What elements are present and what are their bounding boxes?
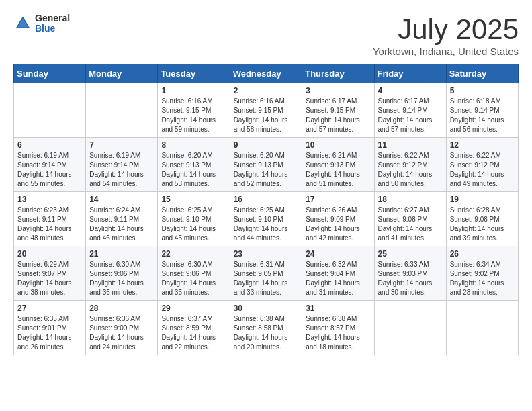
day-number: 24 bbox=[306, 249, 370, 259]
calendar-cell: 27Sunrise: 6:35 AM Sunset: 9:01 PM Dayli… bbox=[14, 301, 86, 355]
logo-icon bbox=[13, 14, 32, 33]
calendar-cell: 29Sunrise: 6:37 AM Sunset: 8:59 PM Dayli… bbox=[158, 301, 230, 355]
calendar-cell: 1Sunrise: 6:16 AM Sunset: 9:15 PM Daylig… bbox=[158, 83, 230, 138]
calendar-cell: 15Sunrise: 6:25 AM Sunset: 9:10 PM Dayli… bbox=[158, 192, 230, 246]
day-info: Sunrise: 6:32 AM Sunset: 9:04 PM Dayligh… bbox=[306, 260, 370, 298]
day-info: Sunrise: 6:37 AM Sunset: 8:59 PM Dayligh… bbox=[161, 314, 226, 352]
calendar-cell: 4Sunrise: 6:17 AM Sunset: 9:14 PM Daylig… bbox=[374, 83, 446, 138]
calendar-cell: 2Sunrise: 6:16 AM Sunset: 9:15 PM Daylig… bbox=[230, 83, 302, 138]
logo: General Blue bbox=[13, 13, 70, 34]
day-number: 2 bbox=[234, 86, 299, 95]
day-info: Sunrise: 6:25 AM Sunset: 9:10 PM Dayligh… bbox=[234, 205, 299, 243]
day-number: 19 bbox=[450, 195, 515, 204]
calendar-cell: 18Sunrise: 6:27 AM Sunset: 9:08 PM Dayli… bbox=[374, 192, 446, 246]
day-info: Sunrise: 6:25 AM Sunset: 9:10 PM Dayligh… bbox=[161, 205, 226, 243]
calendar-cell bbox=[14, 83, 86, 138]
day-info: Sunrise: 6:30 AM Sunset: 9:06 PM Dayligh… bbox=[89, 260, 154, 298]
day-info: Sunrise: 6:19 AM Sunset: 9:14 PM Dayligh… bbox=[17, 151, 82, 189]
calendar-cell: 30Sunrise: 6:38 AM Sunset: 8:58 PM Dayli… bbox=[230, 301, 302, 355]
calendar-week-row: 20Sunrise: 6:29 AM Sunset: 9:07 PM Dayli… bbox=[14, 246, 519, 301]
calendar-cell: 7Sunrise: 6:19 AM Sunset: 9:14 PM Daylig… bbox=[86, 138, 158, 192]
day-info: Sunrise: 6:18 AM Sunset: 9:14 PM Dayligh… bbox=[450, 97, 515, 134]
weekday-header: Friday bbox=[374, 64, 446, 83]
day-number: 26 bbox=[450, 249, 515, 259]
day-number: 25 bbox=[378, 249, 443, 259]
day-info: Sunrise: 6:17 AM Sunset: 9:14 PM Dayligh… bbox=[378, 97, 443, 134]
day-number: 31 bbox=[306, 304, 370, 313]
calendar-cell: 3Sunrise: 6:17 AM Sunset: 9:15 PM Daylig… bbox=[302, 83, 374, 138]
day-number: 27 bbox=[17, 304, 82, 313]
weekday-header: Tuesday bbox=[158, 64, 230, 83]
weekday-header: Monday bbox=[86, 64, 158, 83]
day-info: Sunrise: 6:35 AM Sunset: 9:01 PM Dayligh… bbox=[17, 314, 82, 352]
weekday-header-row: SundayMondayTuesdayWednesdayThursdayFrid… bbox=[14, 64, 519, 83]
logo-text: General Blue bbox=[35, 13, 70, 34]
day-info: Sunrise: 6:22 AM Sunset: 9:12 PM Dayligh… bbox=[378, 151, 443, 189]
calendar-cell bbox=[374, 301, 446, 355]
calendar-cell: 11Sunrise: 6:22 AM Sunset: 9:12 PM Dayli… bbox=[374, 138, 446, 192]
calendar-week-row: 27Sunrise: 6:35 AM Sunset: 9:01 PM Dayli… bbox=[14, 301, 519, 355]
location: Yorktown, Indiana, United States bbox=[373, 46, 519, 57]
day-number: 20 bbox=[17, 249, 82, 259]
day-number: 3 bbox=[306, 86, 370, 95]
title-area: July 2025 Yorktown, Indiana, United Stat… bbox=[373, 13, 519, 57]
calendar-cell: 24Sunrise: 6:32 AM Sunset: 9:04 PM Dayli… bbox=[302, 246, 374, 301]
calendar-cell: 9Sunrise: 6:20 AM Sunset: 9:13 PM Daylig… bbox=[230, 138, 302, 192]
calendar-cell: 31Sunrise: 6:38 AM Sunset: 8:57 PM Dayli… bbox=[302, 301, 374, 355]
month-title: July 2025 bbox=[373, 13, 519, 46]
day-number: 8 bbox=[161, 140, 226, 150]
weekday-header: Sunday bbox=[14, 64, 86, 83]
page-header: General Blue July 2025 Yorktown, Indiana… bbox=[13, 13, 519, 57]
calendar-cell: 6Sunrise: 6:19 AM Sunset: 9:14 PM Daylig… bbox=[14, 138, 86, 192]
day-number: 6 bbox=[17, 140, 82, 150]
day-number: 18 bbox=[378, 195, 443, 204]
calendar-cell: 22Sunrise: 6:30 AM Sunset: 9:06 PM Dayli… bbox=[158, 246, 230, 301]
weekday-header: Saturday bbox=[446, 64, 518, 83]
day-info: Sunrise: 6:22 AM Sunset: 9:12 PM Dayligh… bbox=[450, 151, 515, 189]
calendar-week-row: 1Sunrise: 6:16 AM Sunset: 9:15 PM Daylig… bbox=[14, 83, 519, 138]
day-info: Sunrise: 6:16 AM Sunset: 9:15 PM Dayligh… bbox=[234, 97, 299, 134]
day-info: Sunrise: 6:29 AM Sunset: 9:07 PM Dayligh… bbox=[17, 260, 82, 298]
day-info: Sunrise: 6:33 AM Sunset: 9:03 PM Dayligh… bbox=[378, 260, 443, 298]
calendar-cell: 14Sunrise: 6:24 AM Sunset: 9:11 PM Dayli… bbox=[86, 192, 158, 246]
day-number: 29 bbox=[161, 304, 226, 313]
day-number: 9 bbox=[234, 140, 299, 150]
day-info: Sunrise: 6:19 AM Sunset: 9:14 PM Dayligh… bbox=[89, 151, 154, 189]
day-info: Sunrise: 6:31 AM Sunset: 9:05 PM Dayligh… bbox=[234, 260, 299, 298]
day-number: 22 bbox=[161, 249, 226, 259]
calendar-cell: 21Sunrise: 6:30 AM Sunset: 9:06 PM Dayli… bbox=[86, 246, 158, 301]
logo-blue: Blue bbox=[35, 24, 70, 34]
day-info: Sunrise: 6:20 AM Sunset: 9:13 PM Dayligh… bbox=[234, 151, 299, 189]
calendar-cell: 16Sunrise: 6:25 AM Sunset: 9:10 PM Dayli… bbox=[230, 192, 302, 246]
day-info: Sunrise: 6:34 AM Sunset: 9:02 PM Dayligh… bbox=[450, 260, 515, 298]
day-number: 23 bbox=[234, 249, 299, 259]
calendar-cell: 25Sunrise: 6:33 AM Sunset: 9:03 PM Dayli… bbox=[374, 246, 446, 301]
calendar-cell: 26Sunrise: 6:34 AM Sunset: 9:02 PM Dayli… bbox=[446, 246, 518, 301]
calendar-table: SundayMondayTuesdayWednesdayThursdayFrid… bbox=[13, 64, 519, 355]
calendar-cell: 5Sunrise: 6:18 AM Sunset: 9:14 PM Daylig… bbox=[446, 83, 518, 138]
day-number: 15 bbox=[161, 195, 226, 204]
day-number: 16 bbox=[234, 195, 299, 204]
calendar-cell: 23Sunrise: 6:31 AM Sunset: 9:05 PM Dayli… bbox=[230, 246, 302, 301]
day-info: Sunrise: 6:38 AM Sunset: 8:57 PM Dayligh… bbox=[306, 314, 370, 352]
day-info: Sunrise: 6:30 AM Sunset: 9:06 PM Dayligh… bbox=[161, 260, 226, 298]
day-number: 10 bbox=[306, 140, 370, 150]
calendar-cell: 13Sunrise: 6:23 AM Sunset: 9:11 PM Dayli… bbox=[14, 192, 86, 246]
day-number: 21 bbox=[89, 249, 154, 259]
day-number: 7 bbox=[89, 140, 154, 150]
calendar-cell: 20Sunrise: 6:29 AM Sunset: 9:07 PM Dayli… bbox=[14, 246, 86, 301]
day-info: Sunrise: 6:38 AM Sunset: 8:58 PM Dayligh… bbox=[234, 314, 299, 352]
day-number: 1 bbox=[161, 86, 226, 95]
logo-general: General bbox=[35, 13, 70, 24]
day-number: 17 bbox=[306, 195, 370, 204]
calendar-week-row: 13Sunrise: 6:23 AM Sunset: 9:11 PM Dayli… bbox=[14, 192, 519, 246]
day-info: Sunrise: 6:36 AM Sunset: 9:00 PM Dayligh… bbox=[89, 314, 154, 352]
day-number: 4 bbox=[378, 86, 443, 95]
calendar-cell bbox=[446, 301, 518, 355]
calendar-cell: 19Sunrise: 6:28 AM Sunset: 9:08 PM Dayli… bbox=[446, 192, 518, 246]
calendar-cell: 8Sunrise: 6:20 AM Sunset: 9:13 PM Daylig… bbox=[158, 138, 230, 192]
day-number: 13 bbox=[17, 195, 82, 204]
weekday-header: Thursday bbox=[302, 64, 374, 83]
calendar-week-row: 6Sunrise: 6:19 AM Sunset: 9:14 PM Daylig… bbox=[14, 138, 519, 192]
calendar-cell: 12Sunrise: 6:22 AM Sunset: 9:12 PM Dayli… bbox=[446, 138, 518, 192]
